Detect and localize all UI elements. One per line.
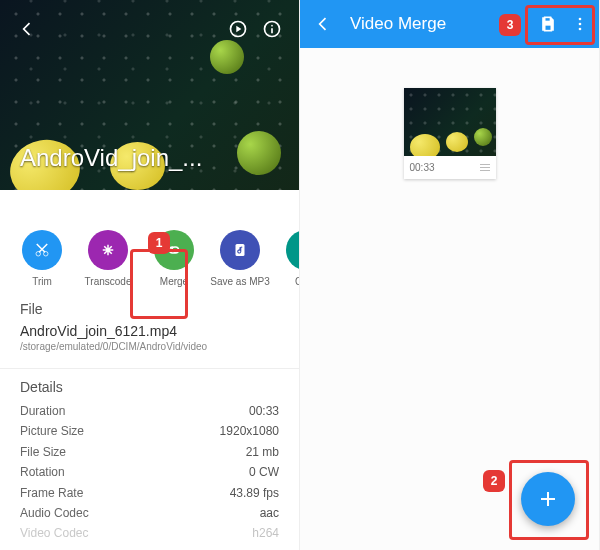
video-thumbnail-card[interactable]: 00:33 [404,88,496,179]
appbar: Video Merge [300,0,599,48]
file-path: /storage/emulated/0/DCIM/AndroVid/video [20,341,279,352]
transcode-button[interactable]: Transcode [84,230,132,287]
file-heading: File [20,301,279,317]
play-icon[interactable] [227,18,249,40]
svg-point-13 [579,28,582,31]
drag-handle-icon[interactable] [480,162,490,173]
trim-button[interactable]: Trim [18,230,66,287]
video-hero: AndroVid_join_... [0,0,299,190]
save-icon[interactable] [537,13,559,35]
save-mp3-button[interactable]: Save as MP3 [216,230,264,287]
video-title: AndroVid_join_... [20,144,202,172]
action-row: Trim Transcode Merge Save as MP3 Grab [0,230,299,287]
svg-point-12 [579,23,582,26]
more-icon[interactable] [569,13,591,35]
appbar-title: Video Merge [350,14,537,34]
back-icon[interactable] [16,18,38,40]
svg-point-11 [579,18,582,21]
add-video-fab[interactable] [521,472,575,526]
details-section: Details Duration00:33 Picture Size1920x1… [0,369,299,544]
svg-rect-9 [545,17,551,21]
merge-body: 00:33 [300,48,599,550]
info-icon[interactable] [261,18,283,40]
video-detail-screen: AndroVid_join_... Trim Transcode Merge S… [0,0,300,550]
file-section: File AndroVid_join_6121.mp4 /storage/emu… [0,287,299,358]
grab-button[interactable]: Grab [282,230,299,287]
svg-rect-10 [545,25,552,31]
file-name: AndroVid_join_6121.mp4 [20,323,279,339]
thumbnail-image [404,88,496,156]
details-heading: Details [20,379,279,395]
video-merge-screen: Video Merge 00:33 3 2 [300,0,600,550]
merge-button[interactable]: Merge [150,230,198,287]
back-icon[interactable] [312,13,334,35]
thumbnail-duration: 00:33 [410,162,435,173]
svg-point-3 [271,25,273,27]
